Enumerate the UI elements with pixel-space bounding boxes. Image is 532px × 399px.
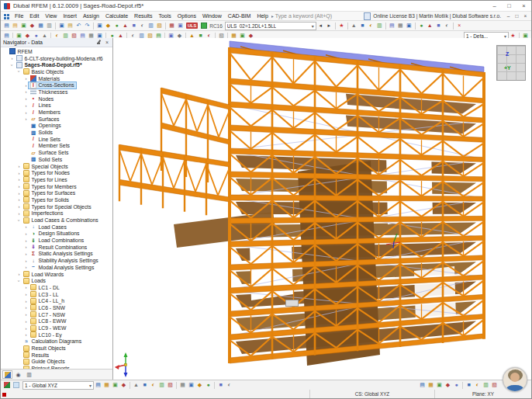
tree-item-thicknesses[interactable]: ›Thicknesses [1, 88, 112, 95]
grid-snap-icon[interactable]: ▦ [103, 381, 111, 389]
grid-toggle-icon[interactable]: ▤ [419, 381, 427, 389]
tree-item-lc6-snw[interactable]: ›LC6 - SNW [1, 304, 112, 311]
child-restore-button[interactable]: □ [513, 13, 521, 19]
tree-item-types-for-special-objects[interactable]: ›Types for Special Objects [1, 203, 112, 210]
tree-item-member-sets[interactable]: /Member Sets [1, 143, 112, 150]
load-combination-select[interactable]: ULS_02=1.2DL+1.5LL ▾ [225, 22, 316, 30]
expander-icon[interactable]: › [16, 170, 22, 176]
upload-icon[interactable]: ▧ [156, 22, 164, 29]
tree-item-solid-sets[interactable]: ▧Solid Sets [1, 156, 112, 163]
display-tab[interactable]: ◉ [13, 370, 23, 379]
plane-xz-icon-icon[interactable]: ◆ [196, 381, 204, 389]
int-snap-icon[interactable]: ▥ [158, 381, 166, 389]
table-manager-icon[interactable]: ▣ [96, 22, 104, 29]
rotate3d-icon[interactable]: ◐ [367, 22, 375, 29]
guides-toggle-icon[interactable]: ◆ [444, 381, 452, 389]
expander-icon[interactable]: › [16, 176, 22, 182]
tree-item-materials[interactable]: ›Materials [1, 75, 112, 82]
expander-icon[interactable]: › [16, 203, 22, 210]
save-icon[interactable]: ▦ [37, 22, 45, 29]
menu-calculate[interactable]: Calculate [102, 13, 131, 19]
expander-icon[interactable]: › [16, 210, 22, 217]
tree-item-lc1-dl[interactable]: ›LC1 - DL [1, 284, 112, 291]
tree-item-imperfections[interactable]: ›Imperfections [1, 210, 112, 217]
expander-icon[interactable]: › [16, 69, 22, 75]
render-toggle-icon[interactable]: ■ [465, 381, 473, 389]
tree-item-rfem[interactable]: RFEM [1, 48, 112, 55]
tree-item-lc7-nsw[interactable]: ›LC7 - NSW [1, 311, 112, 318]
tree-item-types-for-nodes[interactable]: ›Types for Nodes [1, 169, 112, 176]
tree-item-stability-analysis-settings[interactable]: ›↓Stability Analysis Settings [1, 257, 112, 264]
guide-icon[interactable]: ◆ [120, 381, 128, 389]
copy-icon[interactable]: ▣ [58, 22, 66, 29]
expander-icon[interactable]: › [23, 238, 29, 244]
expander-icon[interactable]: › [23, 258, 29, 264]
expander-icon[interactable]: › [23, 298, 29, 304]
units-icon[interactable]: ▥ [482, 381, 490, 389]
model-cs-icon[interactable] [4, 382, 10, 388]
menu-results[interactable]: Results [131, 13, 155, 19]
plane-xy-icon-icon[interactable]: ▣ [188, 381, 195, 389]
expander-icon[interactable]: › [9, 55, 15, 61]
keyword-search-input[interactable]: ▸ Type a keyword (Alt+Q) [271, 12, 360, 19]
grid-add-icon[interactable]: ▣ [177, 22, 185, 29]
tree-item-nodes[interactable]: ›•Nodes [1, 95, 112, 102]
expander-icon[interactable]: › [9, 62, 16, 68]
tree-item-lines[interactable]: ›/Lines [1, 102, 112, 109]
menu-assign[interactable]: Assign [80, 13, 102, 19]
child-close-button[interactable]: × [521, 13, 530, 19]
coordinate-system-select[interactable]: 1 - Global XYZ ▾ [22, 381, 94, 390]
tree-item-result-objects[interactable]: Result Objects [1, 345, 112, 352]
menu-help[interactable]: Help [254, 13, 271, 19]
tree-item-types-for-solids[interactable]: ›Types for Solids [1, 196, 112, 203]
user-avatar[interactable] [503, 367, 527, 392]
expander-icon[interactable]: › [23, 251, 29, 257]
layer-color-icon[interactable] [13, 382, 19, 388]
step-snap-icon[interactable]: ◐ [226, 381, 233, 389]
menu-file[interactable]: File [12, 13, 26, 19]
prev-icon[interactable]: ◂ [316, 22, 324, 29]
menu-view[interactable]: View [42, 13, 60, 19]
expander-icon[interactable]: › [16, 217, 22, 223]
snap-icon[interactable]: ▤ [95, 381, 102, 389]
tree-item-lc3-ll[interactable]: ›LC3 - LL [1, 291, 112, 298]
tree-item-calculation-diagrams[interactable]: ≈Calculation Diagrams [1, 338, 112, 345]
tree-item-loads[interactable]: ›Loads [1, 277, 112, 284]
expander-icon[interactable]: › [23, 88, 29, 95]
sort-lines-icon[interactable]: ▲ [426, 22, 434, 29]
menu-edit[interactable]: Edit [26, 13, 42, 19]
tree-item-design-situations[interactable]: ›◑Design Situations [1, 231, 112, 238]
minimize-button[interactable]: – [487, 1, 502, 11]
close-panel-icon[interactable]: × [104, 40, 110, 45]
snap-toggle-icon[interactable]: ▦ [427, 381, 435, 389]
tree-item-members[interactable]: ›/Members [1, 109, 112, 116]
close-red-icon[interactable]: × [455, 22, 463, 29]
tree-item-lc8-eww[interactable]: ›LC8 - EWW [1, 318, 112, 325]
view-cube[interactable]: Z +Y [496, 45, 526, 81]
expander-icon[interactable]: › [23, 304, 29, 311]
zoom-in-icon[interactable]: ▤ [388, 22, 396, 29]
child-minimize-button[interactable]: – [504, 13, 513, 19]
tree-item-openings[interactable]: ▣Openings [1, 123, 112, 130]
tree-item-sages-road-depot-rf5[interactable]: ›Sages-Road-Depot.rf5* [1, 61, 112, 68]
undo-icon[interactable]: ↶ [75, 22, 83, 29]
tree-item-lc10-ey[interactable]: ›LC10 - Ey [1, 331, 112, 338]
expander-icon[interactable]: › [23, 75, 29, 82]
tree-item-surface-sets[interactable]: ▱Surface Sets [1, 149, 112, 156]
expander-icon[interactable]: › [16, 278, 22, 283]
expander-icon[interactable]: › [16, 183, 22, 189]
expander-icon[interactable]: › [23, 224, 29, 230]
expander-icon[interactable]: › [23, 311, 29, 317]
sort-surfaces-icon[interactable]: ◐ [443, 22, 451, 29]
near-snap-icon[interactable]: ▧ [167, 381, 174, 389]
menu-options[interactable]: Options [174, 13, 199, 19]
sort-members-icon[interactable]: ■ [434, 22, 442, 29]
tree-item-static-analysis-settings[interactable]: ›ΣStatic Analysis Settings [1, 251, 112, 258]
print-icon[interactable]: ▥ [46, 22, 54, 29]
tree-item-solids[interactable]: ▧Solids [1, 129, 112, 136]
render-icon[interactable]: ▣ [405, 22, 413, 29]
expander-icon[interactable]: › [23, 291, 29, 297]
tree-item-special-objects[interactable]: ›Special Objects [1, 163, 112, 170]
tables-icon[interactable]: ◆ [105, 22, 112, 29]
tree-item-load-cases-combinations[interactable]: ›Load Cases & Combinations [1, 217, 112, 224]
